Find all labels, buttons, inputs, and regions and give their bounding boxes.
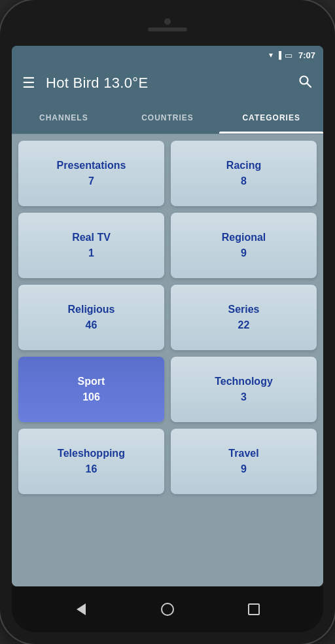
camera: [164, 18, 171, 25]
category-card[interactable]: Presentations7: [18, 141, 164, 206]
screen: ▾ ▐ ▭ 7:07 ☰ Hot Bird 13.0°E CHANNELS CO…: [12, 46, 323, 586]
category-name: Series: [228, 304, 259, 315]
category-count: 16: [86, 463, 97, 475]
status-time: 7:07: [298, 50, 315, 60]
status-bar: ▾ ▐ ▭ 7:07: [12, 46, 323, 64]
signal-icon: ▐: [276, 51, 281, 59]
tabs-bar: CHANNELS COUNTRIES CATEGORIES: [12, 102, 323, 134]
category-count: 9: [241, 247, 247, 259]
category-name: Technology: [215, 376, 273, 387]
category-count: 8: [241, 175, 247, 187]
category-name: Racing: [226, 160, 261, 171]
category-name: Religious: [67, 304, 115, 315]
phone-frame: ▾ ▐ ▭ 7:07 ☰ Hot Bird 13.0°E CHANNELS CO…: [0, 0, 335, 644]
category-name: Real TV: [72, 232, 111, 243]
home-button[interactable]: [156, 598, 179, 621]
category-card[interactable]: Travel9: [171, 429, 317, 494]
bottom-nav: [12, 586, 323, 632]
battery-icon: ▭: [285, 50, 292, 60]
category-card[interactable]: Series22: [171, 285, 317, 350]
top-bezel: [12, 12, 323, 46]
category-name: Teleshopping: [58, 448, 125, 459]
app-title: Hot Bird 13.0°E: [46, 75, 287, 92]
category-name: Regional: [222, 232, 266, 243]
svg-line-1: [308, 84, 311, 88]
content-area: Presentations7Racing8Real TV1Regional9Re…: [12, 134, 323, 586]
app-bar: ☰ Hot Bird 13.0°E: [12, 64, 323, 102]
category-count: 7: [88, 175, 94, 187]
tab-channels[interactable]: CHANNELS: [12, 102, 116, 134]
search-icon[interactable]: [297, 73, 313, 93]
category-card[interactable]: Racing8: [171, 141, 317, 206]
menu-icon[interactable]: ☰: [22, 76, 35, 90]
category-count: 3: [241, 391, 247, 403]
recents-button[interactable]: [242, 598, 266, 621]
tab-countries[interactable]: COUNTRIES: [116, 102, 220, 134]
category-card[interactable]: Sport106: [18, 357, 164, 422]
categories-grid: Presentations7Racing8Real TV1Regional9Re…: [18, 141, 317, 494]
category-name: Presentations: [57, 160, 126, 171]
category-count: 106: [82, 391, 100, 403]
category-card[interactable]: Teleshopping16: [18, 429, 164, 494]
category-card[interactable]: Technology3: [171, 357, 317, 422]
category-count: 9: [241, 463, 247, 475]
svg-point-0: [300, 77, 308, 84]
category-card[interactable]: Regional9: [171, 213, 317, 278]
category-card[interactable]: Religious46: [18, 285, 164, 350]
status-icons: ▾ ▐ ▭ 7:07: [269, 50, 315, 60]
category-count: 46: [86, 319, 97, 331]
tab-categories[interactable]: CATEGORIES: [219, 102, 323, 134]
back-button[interactable]: [69, 598, 93, 621]
category-name: Sport: [78, 376, 105, 387]
category-card[interactable]: Real TV1: [18, 213, 164, 278]
wifi-icon: ▾: [269, 50, 273, 60]
category-name: Travel: [228, 448, 258, 459]
category-count: 1: [88, 247, 94, 259]
speaker: [148, 27, 187, 31]
category-count: 22: [238, 319, 250, 331]
